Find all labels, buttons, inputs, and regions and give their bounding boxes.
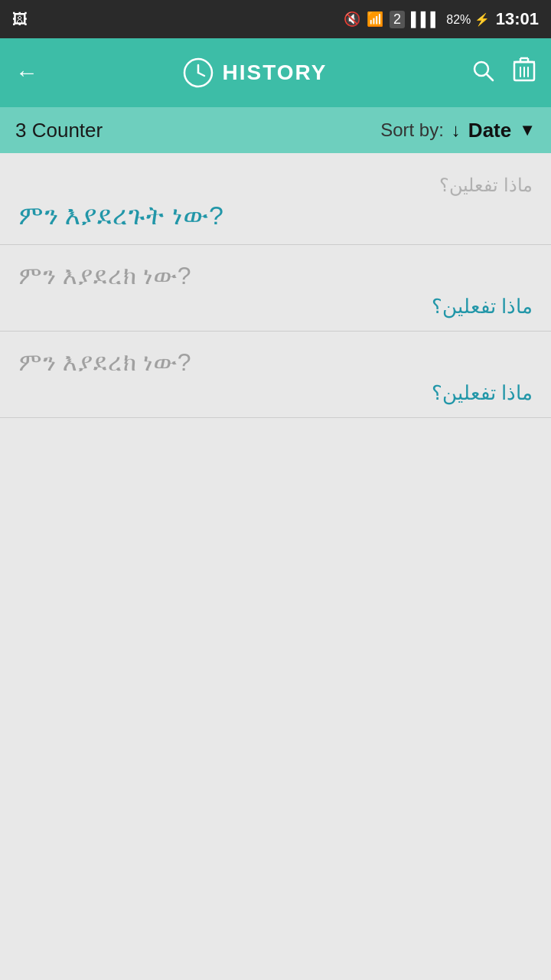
- dropdown-arrow-icon: ▼: [519, 120, 536, 140]
- header-title: HISTORY: [223, 60, 328, 85]
- sort-by-label: Sort by:: [380, 119, 444, 141]
- arabic-text: ماذا تفعلين؟: [18, 175, 533, 196]
- list-item[interactable]: ምን እያደረክ ነው? ماذا تفعلين؟: [0, 332, 551, 418]
- sim2-icon: 2: [390, 11, 405, 28]
- sort-value: Date: [468, 119, 511, 142]
- status-bar: 🖼 🔇 📶 2 ▌▌▌ 82% ⚡ 13:01: [0, 0, 551, 38]
- list-item[interactable]: ماذا تفعلين؟ ምን እያደረጉት ነው?: [0, 161, 551, 245]
- header-center: HISTORY: [183, 57, 328, 88]
- arabic-text: ماذا تفعلين؟: [18, 295, 533, 318]
- history-list: ماذا تفعلين؟ ምን እያደረጉት ነው? ምን እያደረክ ነው? …: [0, 153, 551, 418]
- screenshot-icon: 🖼: [12, 11, 28, 28]
- arabic-text: ماذا تفعلين؟: [18, 381, 533, 405]
- mute-icon: 🔇: [344, 11, 360, 28]
- back-button[interactable]: ←: [15, 60, 38, 86]
- battery-icon: 82% ⚡: [446, 12, 489, 27]
- ethiopic-text: ምን እያደረጉት ነው?: [18, 201, 533, 231]
- app-header: ← HISTORY: [0, 38, 551, 107]
- sort-bar: 3 Counter Sort by: ↓ Date ▼: [0, 107, 551, 153]
- wifi-icon: 📶: [367, 11, 383, 28]
- ethiopic-text: ምን እያደረክ ነው?: [18, 348, 533, 377]
- time-display: 13:01: [496, 9, 539, 29]
- list-item[interactable]: ምን እያደረክ ነው? ماذا تفعلين؟: [0, 245, 551, 332]
- signal-icon: ▌▌▌: [411, 11, 440, 28]
- search-icon: [471, 59, 494, 82]
- search-button[interactable]: [471, 59, 494, 87]
- delete-button[interactable]: [513, 57, 536, 90]
- counter-label: 3 Counter: [15, 119, 103, 142]
- clock-icon: [183, 57, 214, 88]
- svg-line-2: [198, 73, 204, 76]
- sort-controls[interactable]: Sort by: ↓ Date ▼: [380, 119, 536, 142]
- sort-direction-icon: ↓: [452, 119, 461, 141]
- svg-line-4: [487, 74, 493, 80]
- ethiopic-text: ምን እያደረክ ነው?: [18, 262, 533, 290]
- trash-icon: [513, 57, 536, 84]
- status-right: 🔇 📶 2 ▌▌▌ 82% ⚡ 13:01: [344, 9, 539, 29]
- status-left: 🖼: [12, 11, 28, 28]
